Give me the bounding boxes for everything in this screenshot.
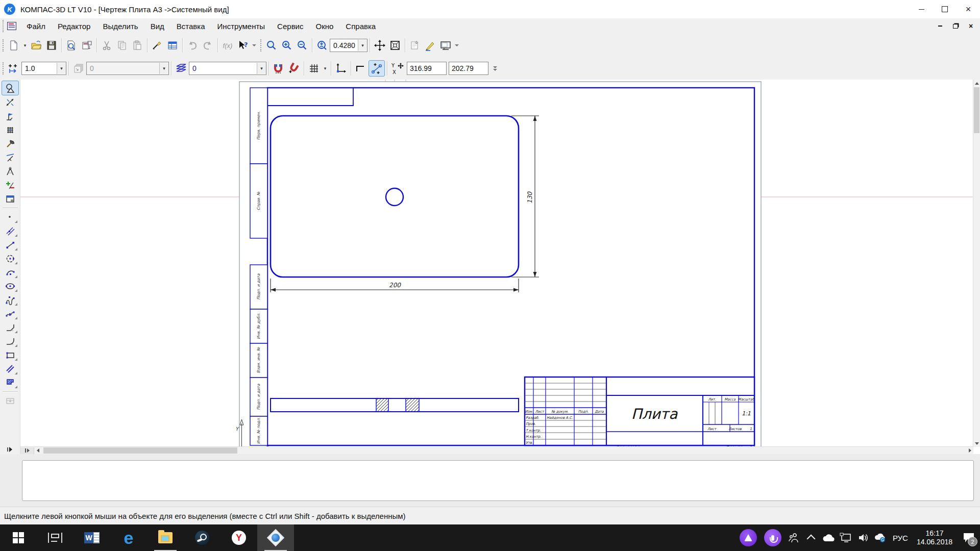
- dimensions-panel-button[interactable]: [2, 95, 18, 109]
- segment-tool-button[interactable]: [2, 238, 18, 252]
- undo-button[interactable]: [185, 38, 200, 53]
- layers-button[interactable]: [174, 61, 189, 76]
- menu-help[interactable]: Справка: [339, 20, 382, 33]
- volume-button[interactable]: [854, 524, 872, 551]
- mdi-minimize-button[interactable]: [936, 22, 944, 30]
- onedrive-button[interactable]: [820, 524, 837, 551]
- format-painter-button[interactable]: [150, 38, 165, 53]
- sync-cloud-button[interactable]: [872, 524, 889, 551]
- taskbar-word-button[interactable]: W: [74, 524, 110, 551]
- new-document-dropdown[interactable]: ▾: [21, 38, 29, 53]
- dim-height-label[interactable]: 130: [526, 191, 533, 204]
- scroll-up-button[interactable]: [973, 80, 980, 87]
- mdi-restore-button[interactable]: [951, 22, 960, 30]
- menu-editor[interactable]: Редактор: [52, 20, 97, 33]
- menu-service[interactable]: Сервис: [271, 20, 309, 33]
- pan-button[interactable]: [372, 38, 387, 53]
- toolbar-grip[interactable]: [3, 62, 4, 74]
- zoom-scale-button[interactable]: [314, 38, 330, 53]
- zoom-window-button[interactable]: [264, 38, 279, 53]
- auxiliary-line-tool-button[interactable]: [2, 224, 18, 238]
- task-view-button[interactable]: [37, 524, 74, 551]
- ellipse-tool-button[interactable]: [2, 279, 18, 293]
- chevron-down-icon[interactable]: ▾: [257, 63, 266, 74]
- arc-tool-button[interactable]: [2, 265, 18, 279]
- show-all-button[interactable]: [387, 38, 403, 53]
- variables-button[interactable]: f(x): [220, 38, 235, 53]
- curve-tool-button[interactable]: [2, 307, 18, 320]
- menu-file[interactable]: Файл: [20, 20, 52, 33]
- open-document-button[interactable]: [29, 38, 44, 53]
- dim-width-label[interactable]: 200: [389, 282, 401, 289]
- save-document-button[interactable]: [44, 38, 59, 53]
- vertical-scrollbar[interactable]: [973, 80, 980, 447]
- rectangle-tool-button[interactable]: [2, 348, 18, 362]
- print-task-button[interactable]: [79, 38, 94, 53]
- zoom-out-button[interactable]: [295, 38, 310, 53]
- specification-panel-button[interactable]: [2, 192, 18, 206]
- measure-panel-button[interactable]: [2, 151, 18, 164]
- paste-button[interactable]: [130, 38, 145, 53]
- measurement-panel-button[interactable]: [2, 164, 18, 178]
- chevron-down-icon[interactable]: ▾: [358, 40, 367, 51]
- toolbar-grip[interactable]: [260, 39, 261, 52]
- copy-button[interactable]: [114, 38, 130, 53]
- vertical-scroll-thumb[interactable]: [974, 87, 979, 133]
- cut-button[interactable]: [99, 38, 114, 53]
- circle-tool-button[interactable]: [2, 252, 18, 265]
- menu-window[interactable]: Окно: [309, 20, 339, 33]
- toolbar-grip[interactable]: [3, 39, 4, 52]
- redo-button[interactable]: [200, 38, 215, 53]
- language-indicator[interactable]: РУС: [889, 524, 912, 551]
- scroll-down-button[interactable]: [973, 440, 980, 447]
- drawing-canvas[interactable]: Перв. примен. Справ. № Подп. и дата Инв.…: [20, 80, 980, 454]
- taskbar-kompas-button[interactable]: [257, 524, 294, 551]
- designations-panel-button[interactable]: [2, 109, 18, 123]
- taskbar-steam-button[interactable]: [184, 524, 220, 551]
- local-cs-button[interactable]: [333, 61, 349, 76]
- snaps-button[interactable]: [286, 61, 302, 76]
- minimize-button[interactable]: [910, 0, 933, 18]
- ortho-button[interactable]: [353, 61, 369, 76]
- tray-expand-button[interactable]: [802, 524, 820, 551]
- toolbar-overflow-button[interactable]: [492, 63, 499, 74]
- side-view[interactable]: [271, 398, 519, 412]
- new-document-button[interactable]: [6, 38, 21, 53]
- voice-search-button[interactable]: [764, 529, 781, 546]
- action-center-button[interactable]: 2: [958, 524, 980, 551]
- refresh-view-button[interactable]: [407, 38, 423, 53]
- start-button[interactable]: [0, 524, 37, 551]
- document-icon[interactable]: [7, 22, 16, 30]
- copies-button[interactable]: [71, 61, 86, 76]
- clock[interactable]: 16:17 14.06.2018: [912, 529, 958, 546]
- print-preview-button[interactable]: [64, 38, 79, 53]
- context-help-button[interactable]: ?: [235, 38, 251, 53]
- taskbar-explorer-button[interactable]: [147, 524, 184, 551]
- snap-rounding-button[interactable]: [369, 60, 385, 77]
- menu-tools[interactable]: Инструменты: [211, 20, 272, 33]
- editing-panel-button[interactable]: [2, 123, 18, 137]
- panel-expander[interactable]: [2, 446, 17, 453]
- restore-button[interactable]: [933, 0, 957, 18]
- selection-panel-button[interactable]: [2, 178, 18, 192]
- people-button[interactable]: [785, 524, 802, 551]
- mdi-close-button[interactable]: ×: [967, 22, 975, 30]
- menu-select[interactable]: Выделить: [96, 20, 144, 33]
- grid-dropdown[interactable]: ▾: [322, 61, 329, 76]
- zoom-scale-combo[interactable]: 0.4280 ▾: [330, 39, 368, 52]
- current-step-button[interactable]: [6, 61, 21, 76]
- bezier-spline-tool-button[interactable]: [2, 293, 18, 307]
- step-combo[interactable]: 1.0 ▾: [21, 62, 66, 75]
- screen-refresh-button[interactable]: [438, 38, 453, 53]
- menu-insert[interactable]: Вставка: [170, 20, 211, 33]
- alice-button[interactable]: [740, 529, 757, 546]
- property-message-box[interactable]: [22, 460, 974, 501]
- point-tool-button[interactable]: [2, 210, 18, 224]
- panel-collapse-button[interactable]: [20, 447, 34, 454]
- close-button[interactable]: ×: [957, 0, 980, 18]
- taskbar-yandex-button[interactable]: Y: [220, 524, 257, 551]
- toolbar-overflow-button[interactable]: [453, 40, 460, 51]
- part-name[interactable]: Плита: [631, 406, 678, 422]
- horizontal-scrollbar[interactable]: [20, 446, 973, 454]
- taskbar-edge-button[interactable]: e: [110, 524, 147, 551]
